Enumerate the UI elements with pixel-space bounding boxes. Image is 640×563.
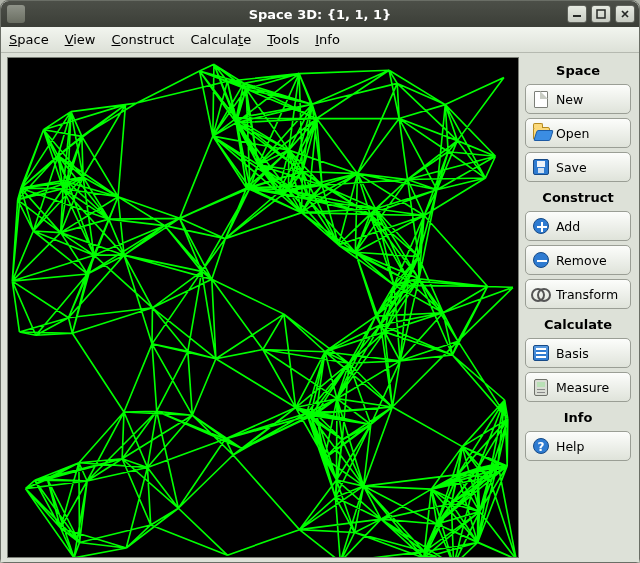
menu-info[interactable]: Info bbox=[315, 32, 340, 47]
folder-open-icon bbox=[532, 124, 550, 142]
help-button[interactable]: ? Help bbox=[525, 431, 631, 461]
basis-button[interactable]: Basis bbox=[525, 338, 631, 368]
new-button[interactable]: New bbox=[525, 84, 631, 114]
svg-rect-1 bbox=[597, 10, 605, 18]
save-button-label: Save bbox=[556, 160, 587, 175]
save-button[interactable]: Save bbox=[525, 152, 631, 182]
section-header-calculate: Calculate bbox=[525, 313, 631, 334]
window-title: Space 3D: {1, 1, 1} bbox=[1, 7, 639, 22]
section-header-construct: Construct bbox=[525, 186, 631, 207]
minimize-button[interactable] bbox=[567, 5, 587, 23]
add-button[interactable]: Add bbox=[525, 211, 631, 241]
menu-construct[interactable]: Construct bbox=[112, 32, 175, 47]
open-button[interactable]: Open bbox=[525, 118, 631, 148]
svg-rect-0 bbox=[573, 15, 581, 17]
menu-calculate[interactable]: Calculate bbox=[190, 32, 251, 47]
section-header-space: Space bbox=[525, 59, 631, 80]
grid-icon bbox=[532, 344, 550, 362]
transform-button-label: Transform bbox=[556, 287, 618, 302]
measure-button[interactable]: Measure bbox=[525, 372, 631, 402]
open-button-label: Open bbox=[556, 126, 589, 141]
new-button-label: New bbox=[556, 92, 583, 107]
section-header-info: Info bbox=[525, 406, 631, 427]
basis-button-label: Basis bbox=[556, 346, 589, 361]
menu-tools[interactable]: Tools bbox=[267, 32, 299, 47]
add-button-label: Add bbox=[556, 219, 580, 234]
content-area: Space New Open Save Construct Add Remove bbox=[1, 53, 639, 562]
remove-button[interactable]: Remove bbox=[525, 245, 631, 275]
3d-viewport[interactable] bbox=[7, 57, 519, 558]
titlebar[interactable]: Space 3D: {1, 1, 1} bbox=[1, 1, 639, 27]
sidebar: Space New Open Save Construct Add Remove bbox=[519, 53, 639, 562]
menubar: Space View Construct Calculate Tools Inf… bbox=[1, 27, 639, 53]
app-icon bbox=[7, 5, 25, 23]
menu-view[interactable]: View bbox=[65, 32, 96, 47]
help-circle-icon: ? bbox=[532, 437, 550, 455]
plus-circle-icon bbox=[532, 217, 550, 235]
app-window: Space 3D: {1, 1, 1} Space View Construct… bbox=[0, 0, 640, 563]
scissors-icon bbox=[532, 285, 550, 303]
calculator-icon bbox=[532, 378, 550, 396]
close-button[interactable] bbox=[615, 5, 635, 23]
measure-button-label: Measure bbox=[556, 380, 609, 395]
maximize-button[interactable] bbox=[591, 5, 611, 23]
transform-button[interactable]: Transform bbox=[525, 279, 631, 309]
minus-circle-icon bbox=[532, 251, 550, 269]
floppy-disk-icon bbox=[532, 158, 550, 176]
remove-button-label: Remove bbox=[556, 253, 607, 268]
menu-space[interactable]: Space bbox=[9, 32, 49, 47]
window-controls bbox=[567, 5, 635, 23]
file-icon bbox=[532, 90, 550, 108]
help-button-label: Help bbox=[556, 439, 585, 454]
